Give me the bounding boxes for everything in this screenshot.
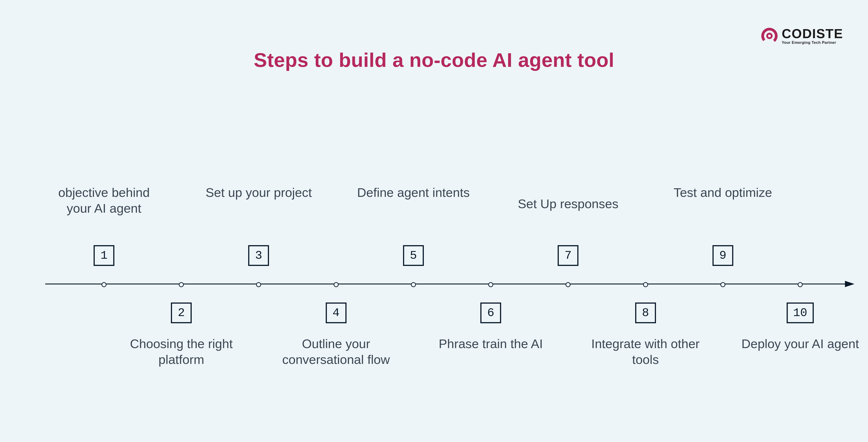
step-number-box: 8 [635, 303, 656, 323]
step-number-box: 6 [480, 303, 501, 323]
page-title: Steps to build a no-code AI agent tool [0, 48, 868, 72]
step-number-box: 10 [786, 303, 814, 323]
step-number-box: 9 [712, 245, 733, 266]
step-label: Set up your project [200, 185, 317, 200]
logo-name: CODISTE [782, 27, 843, 40]
step-label: Phrase train the AI [432, 336, 550, 352]
step-label: Test and optimize [664, 185, 782, 200]
step-number-box: 3 [248, 245, 269, 266]
arrow-right-icon [845, 281, 855, 287]
step-number-box: 1 [94, 245, 114, 266]
timeline-tick [101, 282, 106, 287]
timeline-tick [411, 282, 416, 287]
timeline-tick [256, 282, 261, 287]
timeline-tick [798, 282, 803, 287]
brand-logo: CODISTE Your Emerging Tech Partner [761, 27, 843, 44]
timeline-line [45, 283, 845, 284]
svg-point-2 [768, 35, 771, 37]
step-label: Choosing the right platform [123, 336, 240, 368]
step-number-box: 7 [558, 245, 579, 266]
timeline-tick [488, 282, 493, 287]
timeline-tick [643, 282, 648, 287]
step-label: Deploy your AI agent [741, 336, 859, 352]
step-label: Integrate with other tools [587, 336, 704, 368]
step-label: Define agent intents [355, 185, 472, 200]
step-number-box: 5 [403, 245, 424, 266]
step-number-box: 4 [326, 303, 346, 323]
step-label: Outline your conversational flow [277, 336, 395, 368]
timeline-tick [565, 282, 570, 287]
timeline-tick [179, 282, 184, 287]
timeline-tick [334, 282, 339, 287]
step-label: Set Up responses [509, 196, 627, 212]
timeline-tick [720, 282, 725, 287]
step-label: objective behind your AI agent [45, 185, 163, 216]
logo-tagline: Your Emerging Tech Partner [782, 41, 843, 44]
step-number-box: 2 [171, 303, 192, 323]
logo-mark-icon [761, 28, 778, 44]
diagram-canvas: Steps to build a no-code AI agent tool C… [0, 0, 868, 442]
